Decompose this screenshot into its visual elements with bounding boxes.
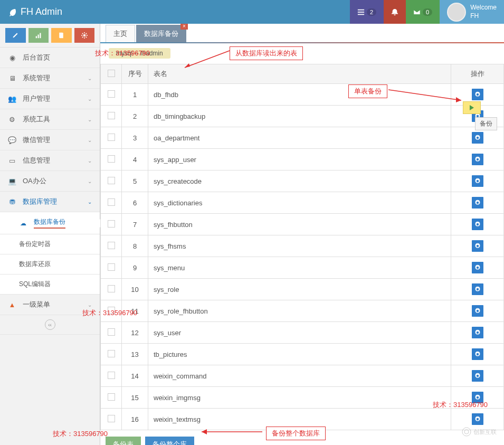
submenu-backup[interactable]: ☁数据库备份 [0,212,100,234]
tab-home[interactable]: 主页 [106,25,135,42]
table-row: 16 weixin_textmsg [101,409,504,430]
row-checkbox[interactable] [108,372,115,379]
shortcut-stats[interactable] [28,28,49,43]
mail-button[interactable]: 0 [406,0,440,24]
row-checkbox[interactable] [108,307,115,314]
col-op: 操作 [451,64,504,84]
nav-system[interactable]: 🖥系统管理⌄ [0,68,100,89]
row-checkbox[interactable] [108,328,115,336]
cloud-icon: ☁ [19,219,27,228]
row-checkbox[interactable] [108,263,115,271]
row-checkbox[interactable] [108,242,115,249]
btn-backup-db[interactable]: 备份整个库 [145,437,194,445]
table-row: 14 weixin_command [101,365,504,387]
shortcut-edit[interactable] [5,28,26,43]
submenu-database: ☁数据库备份 备份定时器 数据库还原 SQL编辑器 [0,212,100,295]
submenu-restore[interactable]: 数据库还原 [0,254,100,274]
sidebar-collapse[interactable]: ‹‹ [0,315,100,335]
row-checkbox[interactable] [108,285,115,292]
watermark: 创新互联 [462,427,497,437]
mail-icon [413,8,421,16]
row-gear-button[interactable] [472,327,483,338]
row-gear-button[interactable] [472,413,483,425]
collapse-icon: ‹‹ [45,319,55,330]
tasks-button[interactable]: 2 [350,0,384,24]
nav-home[interactable]: ◉后台首页 [0,48,100,68]
row-checkbox[interactable] [108,177,115,184]
gear-icon [474,156,481,163]
row-name: sys_menu [148,257,451,279]
row-gear-button[interactable] [472,89,483,100]
gear-icon [474,200,481,206]
nav-database[interactable]: ⛃数据库管理⌄ [0,192,100,212]
alerts-button[interactable] [384,0,406,24]
row-gear-button[interactable] [472,305,483,317]
row-gear-button[interactable] [472,283,483,295]
nav-oa[interactable]: 💻OA办公⌄ [0,171,100,192]
table-row: 4 sys_app_user [101,149,504,171]
table-row: 6 sys_dictionaries [101,192,504,214]
nav-list: ◉后台首页 🖥系统管理⌄ 👥用户管理⌄ ⚙系统工具⌄ 💬微信管理⌄ ▭信息管理⌄… [0,48,100,335]
row-gear-button[interactable] [472,197,483,209]
row-gear-button[interactable] [472,154,483,165]
row-gear-button[interactable] [472,175,483,187]
nav-info[interactable]: ▭信息管理⌄ [0,150,100,171]
chevron-down-icon: ⌄ [88,302,92,308]
row-name: sys_role_fhbutton [148,300,451,322]
row-gear-button[interactable] [472,392,483,403]
checkbox-all[interactable] [108,70,115,77]
fire-icon: ▲ [8,300,16,309]
row-name: oa_department [148,127,451,149]
svg-rect-2 [358,14,364,15]
play-icon [469,105,474,110]
gear-icon [474,286,481,292]
row-gear-button[interactable] [472,370,483,382]
row-checkbox[interactable] [108,350,115,357]
gear-icon [474,243,481,249]
tab-db-backup[interactable]: 数据库备份× [136,25,186,42]
nav-users[interactable]: 👥用户管理⌄ [0,89,100,109]
row-checkbox[interactable] [108,198,115,206]
row-checkbox[interactable] [108,393,115,401]
submenu-timer[interactable]: 备份定时器 [0,234,100,254]
row-name: db_timingbackup [148,106,451,127]
shortcut-settings[interactable] [74,28,95,43]
row-seq: 12 [122,322,148,344]
svg-rect-0 [358,9,364,10]
sidebar: ◉后台首页 🖥系统管理⌄ 👥用户管理⌄ ⚙系统工具⌄ 💬微信管理⌄ ▭信息管理⌄… [0,24,100,445]
close-icon[interactable]: × [180,24,188,30]
row-checkbox[interactable] [108,112,115,119]
nav-level1[interactable]: ▲一级菜单⌄ [0,295,100,315]
comments-icon: 💬 [8,136,16,144]
row-gear-button[interactable] [472,262,483,273]
mail-badge: 0 [423,8,432,16]
welcome-block: Welcome FH [468,4,497,20]
row-gear-button[interactable] [472,240,483,252]
row-gear-button[interactable] [472,348,483,360]
svg-point-6 [83,34,86,37]
user-menu[interactable]: Welcome FH [440,0,504,24]
pencil-icon [12,32,18,39]
row-name: sys_user [148,322,451,344]
row-name: sys_createcode [148,171,451,192]
table-row: 5 sys_createcode [101,171,504,192]
row-checkbox[interactable] [108,90,115,98]
row-checkbox[interactable] [108,155,115,163]
shortcut-users[interactable] [51,28,72,43]
brand[interactable]: FH Admin [0,6,70,17]
row-checkbox[interactable] [108,415,115,422]
row-name: sys_fhbutton [148,214,451,235]
row-gear-button[interactable] [472,219,483,230]
submenu-sql[interactable]: SQL编辑器 [0,274,100,295]
btn-backup-table[interactable]: 备份表 [106,437,141,445]
nav-tools[interactable]: ⚙系统工具⌄ [0,109,100,130]
table-row: 1 db_fhdb [101,84,504,106]
table-row: 8 sys_fhsms [101,235,504,257]
row-seq: 8 [122,235,148,257]
table-row: 15 weixin_imgmsg [101,387,504,409]
row-gear-button[interactable] [472,132,483,144]
row-checkbox[interactable] [108,134,115,141]
play-button[interactable] [463,101,481,114]
nav-wechat[interactable]: 💬微信管理⌄ [0,130,100,150]
row-checkbox[interactable] [108,220,115,228]
